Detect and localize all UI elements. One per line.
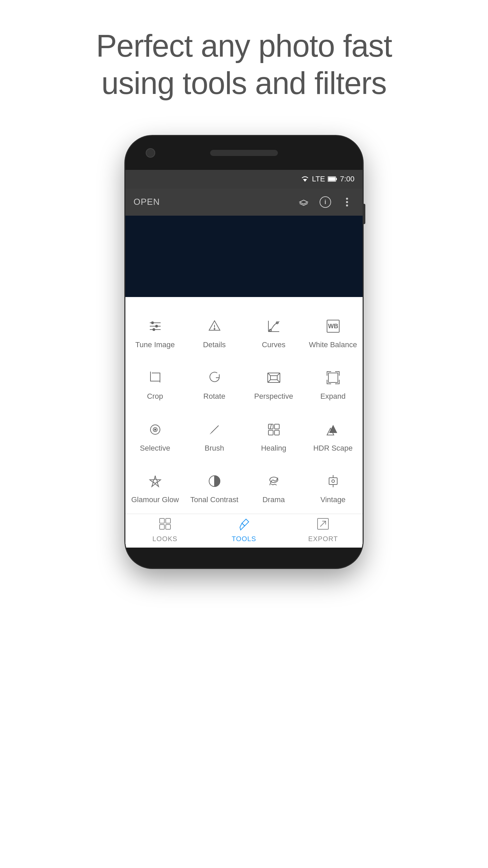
white-balance-label: White Balance (309, 340, 357, 349)
svg-line-25 (268, 373, 270, 376)
svg-rect-38 (274, 430, 279, 435)
brush-icon (205, 420, 224, 439)
hdr-scape-label: HDR Scape (313, 444, 352, 453)
svg-rect-48 (329, 478, 337, 485)
expand-icon (324, 368, 343, 387)
phone-bottom-bezel (125, 548, 363, 568)
svg-rect-29 (270, 376, 277, 380)
lte-indicator: LTE (312, 175, 325, 183)
tools-panel: Tune Image Details (125, 297, 363, 548)
svg-marker-0 (303, 179, 307, 182)
svg-point-17 (214, 328, 215, 329)
nav-looks[interactable]: LOOKS (125, 514, 204, 544)
tool-drama[interactable]: Drama (244, 462, 303, 514)
export-label: EXPORT (308, 535, 338, 543)
tool-brush[interactable]: Brush (185, 411, 244, 462)
svg-rect-30 (328, 373, 338, 382)
nav-export[interactable]: EXPORT (284, 514, 363, 544)
tool-healing[interactable]: Healing (244, 411, 303, 462)
svg-rect-51 (160, 525, 164, 529)
white-balance-icon: WB (324, 317, 343, 336)
svg-point-8 (346, 204, 348, 206)
phone-screen: LTE 7:00 OPEN (125, 170, 363, 548)
more-options-icon[interactable] (340, 195, 354, 210)
tool-selective[interactable]: Selective (125, 411, 185, 462)
svg-point-43 (153, 479, 157, 483)
tool-glamour-glow[interactable]: Glamour Glow (125, 462, 185, 514)
headline: Perfect any photo fast using tools and f… (62, 27, 426, 102)
toolbar-icons: i (296, 195, 354, 210)
clock: 7:00 (340, 175, 354, 183)
svg-rect-37 (268, 430, 273, 435)
expand-label: Expand (320, 392, 346, 401)
svg-text:WB: WB (328, 323, 338, 330)
crop-label: Crop (147, 392, 163, 401)
rotate-label: Rotate (203, 392, 225, 401)
svg-rect-53 (166, 525, 170, 529)
tools-label: TOOLS (232, 535, 256, 543)
layers-icon[interactable] (296, 195, 311, 210)
svg-point-49 (332, 480, 334, 482)
phone-mockup: LTE 7:00 OPEN (125, 136, 363, 568)
svg-rect-52 (166, 518, 170, 523)
svg-rect-50 (160, 518, 164, 523)
selective-icon (146, 420, 165, 439)
details-label: Details (203, 340, 226, 349)
details-icon (205, 317, 224, 336)
svg-point-7 (346, 201, 348, 203)
svg-line-26 (277, 373, 280, 376)
tool-crop[interactable]: Crop (125, 359, 185, 410)
earpiece-speaker (210, 150, 278, 156)
svg-point-14 (153, 329, 155, 331)
tool-white-balance[interactable]: WB White Balance (303, 307, 363, 359)
healing-icon (264, 420, 283, 439)
info-icon[interactable]: i (318, 195, 333, 210)
bottom-navigation: LOOKS TOOLS (125, 514, 363, 544)
tools-grid: Tune Image Details (125, 307, 363, 514)
status-icons: LTE 7:00 (301, 175, 354, 183)
svg-marker-42 (150, 476, 161, 487)
perspective-icon (264, 368, 283, 387)
perspective-label: Perspective (254, 392, 293, 401)
tools-nav-icon (236, 515, 252, 532)
tune-image-icon (146, 317, 165, 336)
tool-tune-image[interactable]: Tune Image (125, 307, 185, 359)
svg-rect-2 (336, 178, 337, 180)
svg-line-28 (268, 380, 270, 382)
tool-details[interactable]: Details (185, 307, 244, 359)
svg-line-34 (211, 426, 219, 433)
tool-perspective[interactable]: Perspective (244, 359, 303, 410)
crop-icon (146, 368, 165, 387)
phone-frame: LTE 7:00 OPEN (125, 136, 363, 568)
wifi-icon (301, 176, 309, 182)
svg-line-39 (270, 424, 271, 429)
looks-nav-icon (157, 515, 174, 532)
healing-label: Healing (261, 444, 286, 453)
status-bar: LTE 7:00 (125, 170, 363, 189)
vintage-label: Vintage (320, 495, 345, 504)
tool-curves[interactable]: Curves (244, 307, 303, 359)
tonal-contrast-icon (205, 472, 224, 491)
open-button[interactable]: OPEN (134, 197, 160, 207)
drama-icon (264, 472, 283, 491)
selective-label: Selective (140, 444, 170, 453)
curves-icon (264, 317, 283, 336)
tool-hdr-scape[interactable]: HDR Scape (303, 411, 363, 462)
hdr-scape-icon (324, 420, 343, 439)
tool-rotate[interactable]: Rotate (185, 359, 244, 410)
photo-preview (125, 216, 363, 297)
phone-top-bezel (125, 136, 363, 170)
volume-button (363, 204, 365, 224)
drama-label: Drama (262, 495, 285, 504)
tool-tonal-contrast[interactable]: Tonal Contrast (185, 462, 244, 514)
nav-tools[interactable]: TOOLS (204, 514, 283, 544)
brush-label: Brush (205, 444, 224, 453)
tool-expand[interactable]: Expand (303, 359, 363, 410)
export-nav-icon (314, 515, 331, 532)
glamour-glow-label: Glamour Glow (131, 495, 179, 504)
tool-vintage[interactable]: Vintage (303, 462, 363, 514)
front-camera (146, 148, 155, 158)
svg-point-6 (346, 198, 348, 200)
svg-rect-36 (274, 424, 279, 429)
battery-icon (328, 176, 337, 182)
